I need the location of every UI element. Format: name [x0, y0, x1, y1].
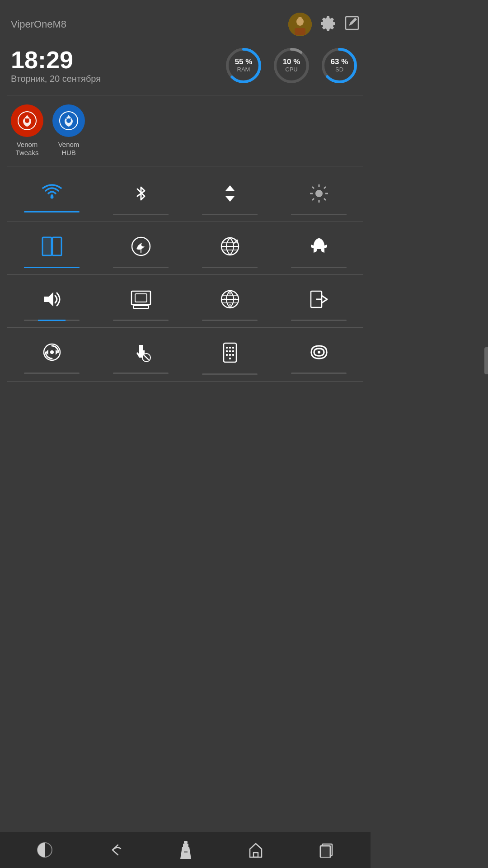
svg-rect-71	[229, 358, 231, 359]
edit-icon[interactable]	[344, 15, 360, 34]
dialer-indicator	[202, 373, 258, 375]
recents-button[interactable]	[319, 842, 334, 858]
multiscreen-icon	[131, 289, 151, 313]
row-divider-2	[7, 274, 363, 275]
home-button[interactable]	[248, 842, 263, 858]
ram-gauge: 55 % RAM	[223, 45, 264, 86]
data-indicator	[202, 214, 258, 215]
svg-rect-41	[131, 291, 150, 305]
brightness-toggle[interactable]	[274, 171, 363, 220]
multiwindow-icon	[42, 236, 62, 260]
wifi-icon	[42, 184, 62, 205]
clock-display: 18:29	[11, 47, 101, 72]
data-icon	[221, 184, 239, 208]
multiscreen-toggle[interactable]	[96, 277, 185, 326]
airplane-icon	[309, 236, 329, 260]
logout-icon	[309, 289, 329, 313]
time-section: 18:29 Вторник, 20 сентября 55 % RAM 10 %…	[0, 41, 371, 95]
cpu-gauge: 10 % CPU	[271, 45, 312, 86]
sound-indicator	[24, 320, 80, 321]
nfc-indicator	[291, 373, 347, 374]
svg-rect-63	[229, 347, 231, 349]
wifi-toggle[interactable]	[7, 171, 96, 220]
dialer-toggle[interactable]	[185, 330, 274, 379]
svg-rect-68	[226, 354, 228, 356]
header: ViperOneM8	[0, 0, 371, 41]
svg-rect-80	[320, 846, 330, 858]
svg-rect-78	[253, 853, 258, 857]
rotation-toggle[interactable]	[7, 330, 96, 379]
multiwindow-toggle[interactable]	[7, 224, 96, 273]
svg-line-30	[312, 198, 314, 200]
svg-rect-67	[232, 350, 234, 352]
rotation-indicator	[24, 373, 80, 374]
row-divider-1	[7, 222, 363, 222]
svg-rect-32	[52, 237, 61, 255]
brightness-indicator	[291, 214, 347, 215]
app-title: ViperOneM8	[11, 19, 66, 30]
svg-rect-62	[226, 347, 228, 349]
svg-rect-77	[184, 851, 188, 853]
airplane-toggle[interactable]	[274, 224, 363, 273]
svg-rect-43	[133, 306, 149, 308]
svg-rect-69	[229, 354, 231, 356]
nfc-icon	[308, 342, 330, 366]
svg-rect-42	[135, 294, 147, 302]
settings-icon[interactable]	[320, 15, 336, 34]
gps-indicator	[202, 320, 258, 321]
gauges-container: 55 % RAM 10 % CPU 63 % SD	[223, 45, 360, 86]
airplane-indicator	[291, 267, 347, 268]
wifi-indicator	[24, 211, 80, 212]
svg-rect-64	[232, 347, 234, 349]
notouch-toggle[interactable]	[96, 330, 185, 379]
svg-text:55 %: 55 %	[235, 57, 253, 66]
bluetooth-toggle[interactable]	[96, 171, 185, 220]
torch-button[interactable]	[178, 841, 193, 859]
sound-icon	[42, 289, 62, 313]
venom-tweaks-label: VenomTweaks	[16, 141, 39, 157]
svg-point-21	[50, 196, 53, 199]
multiscreen-indicator	[113, 320, 169, 321]
venom-hub-icon	[52, 104, 85, 137]
svg-rect-70	[232, 354, 234, 356]
bluetooth-icon	[134, 184, 148, 208]
avatar[interactable]	[288, 13, 312, 36]
svg-line-29	[324, 187, 326, 189]
svg-rect-2	[295, 28, 305, 35]
svg-text:10 %: 10 %	[283, 57, 300, 66]
logout-toggle[interactable]	[274, 277, 363, 326]
theme-button[interactable]	[37, 842, 53, 858]
svg-rect-33	[42, 237, 52, 255]
venom-hub-shortcut[interactable]: VenomHUB	[52, 104, 85, 157]
date-display: Вторник, 20 сентября	[11, 74, 101, 84]
nfc-toggle[interactable]	[274, 330, 363, 379]
browser-toggle[interactable]	[185, 224, 274, 273]
svg-rect-75	[183, 844, 188, 847]
rotation-icon	[42, 342, 62, 366]
multiwindow-indicator	[24, 267, 80, 268]
toggles-grid	[0, 171, 371, 383]
sound-toggle[interactable]	[7, 277, 96, 326]
brightness-icon	[309, 184, 329, 208]
app-shortcuts: VenomTweaks VenomHUB	[0, 95, 371, 166]
logout-indicator	[291, 320, 347, 321]
divider-2	[7, 166, 363, 166]
svg-text:63 %: 63 %	[331, 57, 348, 66]
venom-hub-label: VenomHUB	[58, 141, 80, 157]
svg-rect-65	[226, 350, 228, 352]
row-divider-3	[7, 327, 363, 328]
svg-line-28	[324, 198, 326, 200]
svg-rect-74	[184, 841, 188, 844]
eco-indicator	[113, 267, 169, 268]
svg-rect-66	[229, 350, 231, 352]
svg-marker-76	[180, 847, 191, 859]
gps-toggle[interactable]	[185, 277, 274, 326]
eco-toggle[interactable]	[96, 224, 185, 273]
back-button[interactable]	[108, 842, 123, 858]
bottom-nav	[0, 832, 371, 868]
data-toggle[interactable]	[185, 171, 274, 220]
eco-icon	[131, 236, 151, 260]
browser-icon	[220, 236, 240, 260]
row-divider-4	[7, 381, 363, 382]
venom-tweaks-shortcut[interactable]: VenomTweaks	[11, 104, 43, 157]
